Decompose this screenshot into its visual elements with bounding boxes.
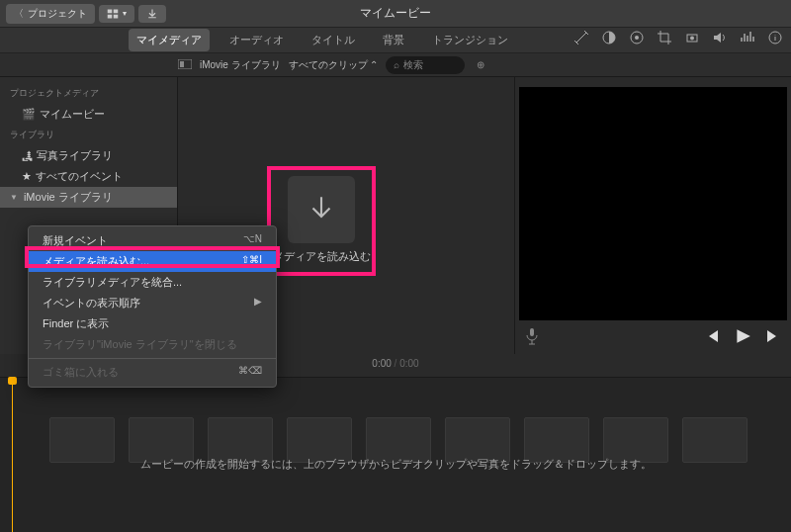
timeline[interactable]: ムービーの作成を開始するには、上のブラウザからビデオクリップや写真をドラッグ＆ド… [0, 377, 791, 532]
chevron-left-icon: 〈 [14, 7, 24, 21]
menu-label: ライブラリメディアを統合... [43, 275, 182, 290]
svg-point-8 [690, 37, 694, 41]
grid-icon [107, 8, 119, 20]
search-placeholder: 検索 [403, 58, 423, 72]
back-to-projects-button[interactable]: 〈 プロジェクト [6, 4, 95, 24]
view-toggle-button[interactable]: ▾ [99, 5, 134, 23]
current-time: 0:00 [372, 358, 391, 369]
back-label: プロジェクト [28, 7, 87, 21]
menu-import-media[interactable]: メディアを読み込む... ⇧⌘I [29, 251, 276, 272]
color-wheel-icon[interactable] [629, 30, 645, 48]
settings-gear-icon[interactable]: ⊕ [477, 59, 484, 70]
chevron-down-icon: ▾ [123, 9, 127, 18]
timeline-slot[interactable] [49, 417, 115, 463]
import-button[interactable] [138, 5, 166, 23]
color-balance-icon[interactable] [601, 30, 617, 48]
menu-label: ゴミ箱に入れる [43, 365, 119, 380]
import-arrow-icon [288, 176, 355, 243]
svg-rect-1 [114, 9, 119, 13]
project-title: マイムービー [360, 5, 431, 22]
tab-my-media[interactable]: マイメディア [129, 29, 210, 51]
sidebar-item-my-movie[interactable]: 🎬 マイムービー [0, 104, 177, 125]
menu-sort-events[interactable]: イベントの表示順序 ▶ [29, 293, 276, 313]
context-menu: 新規イベント ⌥N メディアを読み込む... ⇧⌘I ライブラリメディアを統合.… [28, 225, 277, 388]
volume-icon[interactable] [712, 30, 728, 48]
menu-label: Finder に表示 [43, 316, 109, 331]
sidebar-item-label: すべてのイベント [36, 169, 123, 184]
clapperboard-icon: 🎬 [22, 108, 36, 121]
filmstrip-icon[interactable] [178, 59, 192, 71]
download-arrow-icon [146, 8, 158, 20]
stabilize-icon[interactable] [684, 30, 700, 48]
menu-shortcut: ⇧⌘I [241, 254, 262, 269]
menu-move-to-trash: ゴミ箱に入れる ⌘⌫ [29, 362, 276, 383]
menu-consolidate[interactable]: ライブラリメディアを統合... [29, 272, 276, 293]
equalizer-icon[interactable] [740, 30, 755, 48]
menu-label: ライブラリ"iMovie ライブラリ"を閉じる [43, 337, 237, 352]
sidebar-item-imovie-library[interactable]: ▼ iMovie ライブラリ [0, 187, 177, 208]
search-icon: ⌕ [394, 59, 399, 70]
timeline-slot[interactable] [682, 417, 747, 463]
menu-separator [29, 358, 276, 359]
info-icon[interactable] [767, 30, 783, 48]
menu-label: イベントの表示順序 [43, 296, 140, 310]
menu-shortcut: ⌥N [243, 233, 262, 248]
playhead[interactable] [12, 378, 13, 532]
tab-titles[interactable]: タイトル [304, 29, 363, 51]
import-media-target[interactable]: メディアを読み込む [267, 166, 376, 276]
library-selector[interactable]: iMovie ライブラリ [200, 58, 281, 72]
microphone-icon[interactable] [525, 327, 539, 347]
crop-icon[interactable] [657, 30, 672, 48]
submenu-arrow-icon: ▶ [254, 296, 262, 310]
sidebar-item-label: iMovie ライブラリ [24, 190, 113, 205]
menu-close-library: ライブラリ"iMovie ライブラリ"を閉じる [29, 334, 276, 355]
preview-viewport[interactable] [519, 87, 787, 320]
clips-filter[interactable]: すべてのクリップ ⌃ [289, 58, 379, 72]
menu-label: 新規イベント [43, 233, 108, 248]
library-header: ライブラリ [0, 125, 177, 145]
svg-point-6 [635, 36, 639, 40]
tab-backgrounds[interactable]: 背景 [375, 29, 412, 51]
svg-rect-12 [530, 328, 534, 336]
project-media-header: プロジェクトメディア [0, 83, 177, 104]
menu-new-event[interactable]: 新規イベント ⌥N [29, 230, 276, 251]
import-media-label: メディアを読み込む [271, 249, 372, 272]
svg-rect-0 [108, 9, 113, 13]
menu-reveal-in-finder[interactable]: Finder に表示 [29, 313, 276, 334]
preview-pane [514, 77, 791, 354]
photo-icon: 🏞 [22, 150, 33, 162]
sidebar-item-label: 写真ライブラリ [37, 148, 113, 163]
play-button[interactable] [734, 327, 751, 347]
tab-audio[interactable]: オーディオ [221, 29, 292, 51]
tab-transitions[interactable]: トランジション [424, 29, 516, 51]
prev-button[interactable] [704, 328, 720, 346]
svg-rect-3 [114, 14, 119, 18]
timeline-hint: ムービーの作成を開始するには、上のブラウザからビデオクリップや写真をドラッグ＆ド… [140, 457, 652, 472]
disclosure-triangle-icon[interactable]: ▼ [10, 193, 18, 202]
svg-rect-2 [108, 14, 113, 18]
svg-rect-11 [180, 61, 184, 67]
menu-label: メディアを読み込む... [43, 254, 149, 269]
sidebar-item-all-events[interactable]: ★ すべてのイベント [0, 166, 177, 187]
star-icon: ★ [22, 170, 32, 183]
enhance-icon[interactable] [573, 30, 589, 48]
total-time: 0:00 [399, 358, 418, 369]
next-button[interactable] [765, 328, 781, 346]
search-input[interactable]: ⌕ 検索 [386, 56, 465, 74]
sidebar-item-photos-library[interactable]: 🏞 写真ライブラリ [0, 145, 177, 166]
menu-shortcut: ⌘⌫ [238, 365, 262, 380]
sidebar-item-label: マイムービー [40, 107, 105, 122]
